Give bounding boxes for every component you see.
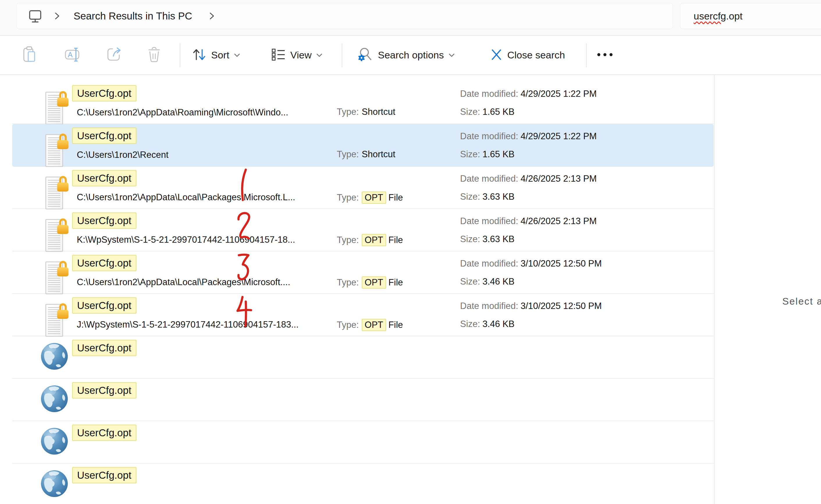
file-path: C:\Users\1ron2\AppData\Roaming\Microsoft… bbox=[77, 107, 288, 118]
search-result-row[interactable]: UserCfg.opt C:\Users\1ron2\AppData\Roami… bbox=[12, 82, 714, 124]
command-toolbar: A bbox=[0, 36, 821, 75]
toolbar-separator bbox=[342, 43, 342, 67]
lock-icon bbox=[56, 301, 69, 319]
sort-label: Sort bbox=[211, 49, 229, 61]
search-options-button[interactable]: Search options bbox=[357, 47, 456, 64]
view-button[interactable]: View bbox=[271, 48, 323, 62]
more-options-button[interactable] bbox=[597, 53, 613, 58]
file-date-modified: Date modified:4/29/2025 1:22 PM bbox=[460, 131, 597, 142]
search-input[interactable]: usercfg.opt bbox=[680, 3, 821, 29]
file-name: UserCfg.opt bbox=[72, 382, 136, 398]
close-search-label: Close search bbox=[507, 49, 565, 61]
sort-button[interactable]: Sort bbox=[192, 47, 241, 63]
file-name: UserCfg.opt bbox=[72, 170, 136, 186]
file-size: Size:3.46 KB bbox=[460, 276, 515, 287]
file-name: UserCfg.opt bbox=[72, 340, 136, 356]
breadcrumb-chevron-icon[interactable] bbox=[207, 11, 216, 21]
breadcrumb-location[interactable]: Search Results in This PC bbox=[74, 10, 192, 22]
file-date-modified: Date modified:3/10/2025 12:50 PM bbox=[460, 258, 602, 269]
file-type: Type:Shortcut bbox=[337, 149, 395, 160]
file-size: Size:3.63 KB bbox=[460, 234, 515, 244]
globe-icon bbox=[40, 427, 69, 455]
file-date-modified: Date modified:4/26/2025 2:13 PM bbox=[460, 174, 597, 184]
file-name: UserCfg.opt bbox=[72, 212, 136, 229]
file-path: C:\Users\1ron2\AppData\Local\Packages\Mi… bbox=[77, 192, 295, 203]
file-type: Type:OPTFile bbox=[337, 276, 403, 289]
globe-icon bbox=[40, 342, 69, 371]
file-type: Type:OPTFile bbox=[337, 234, 403, 246]
search-query-text: usercfg.opt bbox=[694, 10, 743, 22]
chevron-down-icon bbox=[233, 52, 241, 58]
search-result-row[interactable]: UserCfg.opt bbox=[12, 336, 714, 379]
file-name: UserCfg.opt bbox=[72, 255, 136, 271]
locked-document-icon bbox=[45, 132, 76, 167]
rename-button[interactable]: A bbox=[64, 47, 81, 63]
file-date-modified: Date modified:4/26/2025 2:13 PM bbox=[460, 216, 597, 226]
search-result-row[interactable]: UserCfg.opt K:\WpSystem\S-1-5-21-2997017… bbox=[12, 209, 714, 251]
lock-icon bbox=[56, 259, 69, 277]
chevron-down-icon bbox=[448, 52, 456, 58]
view-label: View bbox=[290, 49, 311, 61]
file-path: K:\WpSystem\S-1-5-21-2997017442-11069041… bbox=[77, 235, 295, 245]
file-path: C:\Users\1ron2\AppData\Local\Packages\Mi… bbox=[77, 277, 290, 287]
file-name: UserCfg.opt bbox=[72, 297, 136, 314]
this-pc-icon[interactable] bbox=[28, 8, 43, 24]
search-result-row[interactable]: UserCfg.opt C:\Users\1ron2\Recent Type:S… bbox=[12, 124, 714, 167]
share-icon bbox=[106, 47, 122, 63]
pane-divider[interactable] bbox=[714, 75, 715, 504]
file-size: Size:1.65 KB bbox=[460, 107, 515, 117]
globe-icon bbox=[40, 385, 69, 413]
file-name: UserCfg.opt bbox=[72, 425, 136, 441]
locked-document-icon bbox=[45, 217, 76, 251]
file-type: Type:OPTFile bbox=[337, 192, 403, 204]
search-options-icon bbox=[357, 47, 374, 64]
preview-placeholder-text: Select a bbox=[782, 296, 821, 307]
file-type: Type:OPTFile bbox=[337, 319, 403, 331]
close-icon bbox=[490, 48, 503, 62]
file-type: Type:Shortcut bbox=[337, 107, 395, 117]
locked-document-icon bbox=[45, 259, 76, 294]
file-explorer-window: Search Results in This PC usercfg.opt bbox=[0, 0, 821, 504]
locked-document-icon bbox=[45, 301, 76, 336]
share-button[interactable] bbox=[106, 47, 122, 63]
file-size: Size:3.46 KB bbox=[460, 319, 515, 329]
file-size: Size:3.63 KB bbox=[460, 192, 515, 202]
close-search-button[interactable]: Close search bbox=[490, 48, 565, 62]
svg-text:A: A bbox=[68, 51, 73, 59]
rename-icon: A bbox=[64, 47, 81, 63]
breadcrumb-chevron-icon[interactable] bbox=[53, 11, 61, 21]
lock-icon bbox=[56, 132, 69, 150]
file-name: UserCfg.opt bbox=[72, 128, 136, 144]
search-options-label: Search options bbox=[378, 49, 444, 61]
search-result-row[interactable]: UserCfg.opt C:\Users\1ron2\AppData\Local… bbox=[12, 167, 714, 209]
search-result-row[interactable]: UserCfg.opt J:\WpSystem\S-1-5-21-2997017… bbox=[12, 294, 714, 336]
ellipsis-icon bbox=[597, 53, 613, 58]
file-date-modified: Date modified:4/29/2025 1:22 PM bbox=[460, 89, 597, 99]
lock-icon bbox=[56, 89, 69, 107]
paste-button[interactable] bbox=[22, 46, 37, 64]
file-name: UserCfg.opt bbox=[72, 85, 136, 101]
toolbar-separator bbox=[180, 43, 180, 67]
address-bar[interactable]: Search Results in This PC bbox=[16, 3, 673, 29]
file-name: UserCfg.opt bbox=[72, 467, 136, 483]
globe-icon bbox=[40, 469, 69, 498]
search-result-row[interactable]: UserCfg.opt C:\Users\1ron2\AppData\Local… bbox=[12, 251, 714, 294]
file-path: C:\Users\1ron2\Recent bbox=[77, 150, 168, 160]
lock-icon bbox=[56, 217, 69, 235]
search-result-row[interactable]: UserCfg.opt bbox=[12, 464, 714, 504]
search-result-row[interactable]: UserCfg.opt bbox=[12, 421, 714, 464]
search-extension: .opt bbox=[726, 10, 743, 22]
search-misspelled-word: usercfg bbox=[694, 10, 726, 22]
file-size: Size:1.65 KB bbox=[460, 149, 515, 160]
lock-icon bbox=[56, 174, 69, 192]
locked-document-icon bbox=[45, 174, 76, 209]
delete-icon bbox=[147, 47, 161, 64]
navigation-bar: Search Results in This PC usercfg.opt bbox=[0, 0, 821, 36]
search-result-row[interactable]: UserCfg.opt bbox=[12, 379, 714, 421]
file-path: J:\WpSystem\S-1-5-21-2997017442-11069041… bbox=[77, 319, 299, 330]
view-icon bbox=[271, 48, 286, 62]
sort-icon bbox=[192, 47, 207, 63]
chevron-down-icon bbox=[315, 52, 323, 58]
file-date-modified: Date modified:3/10/2025 12:50 PM bbox=[460, 301, 602, 311]
delete-button[interactable] bbox=[147, 47, 161, 64]
